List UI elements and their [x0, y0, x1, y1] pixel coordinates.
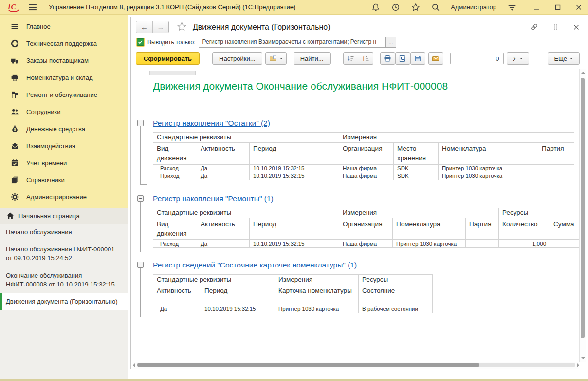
column-header-cell[interactable]: Карточка номенклатуры [275, 285, 359, 305]
column-header-cell[interactable]: Партия [538, 143, 574, 164]
register-link[interactable]: Регистр накопления "Остатки" (2) [153, 118, 270, 129]
column-header-cell[interactable]: Партия [466, 218, 499, 240]
send-mail-button[interactable] [428, 52, 443, 65]
sidebar-item-money[interactable]: $Денежные средства [0, 120, 128, 137]
table-cell[interactable]: Приход [153, 172, 197, 180]
add-favorite-star-icon[interactable] [177, 21, 187, 33]
counter-field[interactable] [450, 53, 504, 64]
register-filter-input[interactable]: Регистр накопления Взаиморасчеты с контр… [199, 37, 396, 48]
column-header-cell[interactable]: Период [250, 218, 339, 240]
group-header-cell[interactable]: Ресурсы [499, 208, 579, 218]
column-header-cell[interactable]: Место хранения [394, 143, 439, 164]
table-cell[interactable]: Наша фирма [339, 240, 393, 248]
column-header-cell[interactable]: Вид движения [153, 143, 197, 164]
register-link[interactable]: Регистр сведений "Состояние карточек ном… [153, 260, 357, 270]
settings-button[interactable]: Настройки... [212, 52, 262, 65]
column-header-cell[interactable]: Сумма [550, 218, 579, 240]
column-header-cell[interactable]: Состояние [359, 285, 433, 305]
notifications-bell-icon[interactable] [371, 2, 380, 12]
vertical-scroll-thumb[interactable] [581, 78, 585, 338]
maximize-button[interactable] [553, 2, 562, 12]
filter-choose-button[interactable]: ... [385, 37, 396, 47]
horizontal-scroll-thumb[interactable] [137, 363, 479, 367]
open-window-item[interactable]: Начало обслуживания [0, 224, 128, 241]
group-header-cell[interactable]: Измерения [339, 208, 499, 218]
column-header-cell[interactable]: Период [250, 143, 339, 164]
group-header-cell[interactable]: Стандартные реквизиты [153, 274, 275, 285]
user-name[interactable]: Администратор [451, 3, 496, 11]
horizontal-scrollbar[interactable] [133, 362, 579, 369]
more-menu-kebab-icon[interactable] [552, 23, 559, 31]
scroll-up-arrow[interactable] [581, 72, 585, 74]
group-header-cell[interactable]: Ресурсы [359, 274, 433, 285]
table-cell[interactable] [466, 240, 499, 248]
column-header-cell[interactable]: Организация [339, 218, 393, 240]
table-cell[interactable]: Да [197, 172, 250, 180]
totals-sigma-button[interactable]: Σ [507, 52, 529, 65]
main-menu-icon[interactable] [28, 3, 37, 12]
preview-button[interactable] [395, 52, 410, 65]
sidebar-item-home[interactable]: Начальная страница [0, 208, 128, 224]
find-button[interactable]: Найти... [294, 52, 331, 65]
table-cell[interactable]: Наша фирма [339, 172, 394, 180]
vertical-scrollbar[interactable] [579, 69, 586, 362]
table-cell[interactable]: 10.10.2019 15:32:15 [250, 240, 339, 248]
minimize-button[interactable] [532, 2, 541, 12]
sidebar-item-directories[interactable]: Справочники [0, 171, 128, 189]
sidebar-item-tech-support[interactable]: Техническая поддержка [0, 35, 128, 52]
save-button[interactable] [410, 52, 425, 65]
column-header-cell[interactable]: Номенклатура [393, 218, 466, 240]
group-header-cell[interactable]: Измерения [275, 274, 359, 285]
table-cell[interactable]: 1,000 [499, 240, 550, 248]
column-header-cell[interactable]: Период [201, 285, 275, 305]
column-header-cell[interactable]: Вид движения [153, 218, 197, 240]
table-cell[interactable] [538, 172, 574, 180]
favorites-star-icon[interactable] [411, 2, 420, 12]
more-actions-button[interactable]: Еще [548, 52, 580, 65]
table-cell[interactable]: 10.10.2019 15:32:15 [250, 164, 339, 172]
open-window-item[interactable]: Окончание обслуживания НФИТ-000008 от 10… [0, 267, 128, 293]
table-cell[interactable]: В рабочем состоянии [359, 305, 433, 313]
sidebar-item-supplier-orders[interactable]: Заказы поставщикам [0, 52, 128, 69]
output-only-checkbox[interactable] [137, 38, 144, 46]
table-cell[interactable]: Да [197, 240, 250, 248]
sort-ascending-button[interactable] [358, 52, 373, 65]
connection-icon[interactable] [507, 2, 516, 12]
group-header-cell[interactable]: Стандартные реквизиты [153, 133, 339, 143]
open-window-item[interactable]: Движения документа (Горизонтально) [0, 293, 128, 310]
collapse-group-button[interactable]: − [137, 262, 144, 268]
get-link-icon[interactable] [530, 23, 538, 31]
column-header-cell[interactable]: Номенклатура [439, 143, 538, 164]
sidebar-item-nomenclature-warehouse[interactable]: Номенклатура и склад [0, 69, 128, 86]
column-header-cell[interactable]: Активность [197, 143, 250, 164]
close-panel-icon[interactable] [573, 24, 580, 31]
table-cell[interactable]: 10.10.2019 15:32:15 [201, 305, 275, 313]
close-window-button[interactable] [574, 2, 583, 12]
table-cell[interactable]: 10.10.2019 15:32:15 [250, 172, 339, 180]
sidebar-item-main[interactable]: Главное [0, 18, 128, 35]
register-link[interactable]: Регистр накопления "Ремонты" (1) [153, 193, 274, 204]
column-header-cell[interactable]: Организация [339, 143, 394, 164]
sidebar-item-administration[interactable]: Администрирование [0, 189, 128, 206]
sidebar-item-repair-maintenance[interactable]: Ремонт и обслуживание [0, 86, 128, 103]
sidebar-item-time-tracking[interactable]: Учет времени [0, 154, 128, 171]
table-cell[interactable]: Принтер 1030 карточка [393, 240, 466, 248]
table-cell[interactable]: SDK [394, 164, 439, 172]
horizontal-scroll-track[interactable] [137, 363, 575, 367]
generate-button[interactable]: Сформировать [136, 52, 200, 65]
scroll-left-arrow[interactable] [133, 363, 135, 367]
table-cell[interactable]: Расход [153, 164, 197, 172]
group-header-cell[interactable]: Измерения [339, 133, 574, 143]
sort-descending-button[interactable] [343, 52, 358, 65]
table-cell[interactable]: Да [153, 305, 201, 313]
table-cell[interactable]: Да [197, 164, 250, 172]
sidebar-item-interactions[interactable]: Взаимодействия [0, 137, 128, 154]
scroll-down-arrow[interactable] [581, 357, 585, 359]
table-cell[interactable]: Расход [153, 240, 197, 248]
search-icon[interactable] [431, 2, 440, 12]
table-cell[interactable]: Принтер 1030 карточка [439, 164, 538, 172]
sidebar-item-employees[interactable]: Сотрудники [0, 103, 128, 120]
table-cell[interactable]: 10 000 [550, 240, 579, 248]
report-variants-button[interactable] [265, 52, 287, 65]
scroll-right-arrow[interactable] [577, 363, 579, 367]
